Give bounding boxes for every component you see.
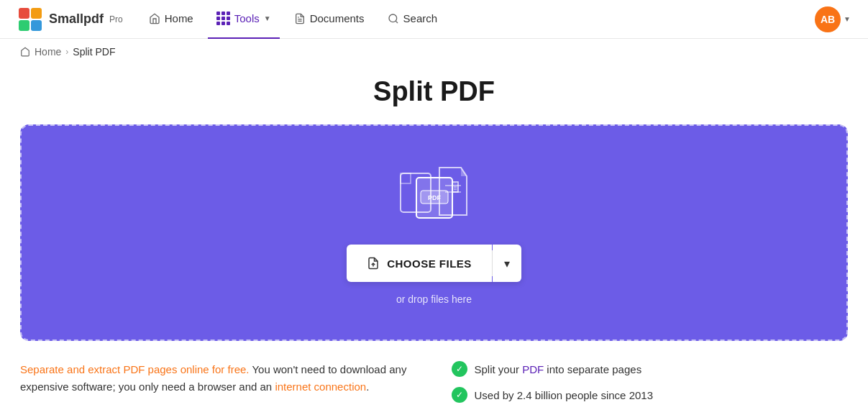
- svg-rect-4: [31, 20, 42, 31]
- avatar-chevron-icon: ▼: [844, 15, 851, 23]
- nav-tools[interactable]: Tools ▼: [208, 0, 280, 39]
- feature-text-1: Split your PDF into separate pages: [475, 363, 642, 375]
- choose-files-button[interactable]: CHOOSE FILES: [347, 245, 492, 282]
- feature-text-2: Used by 2.4 billion people since 2013: [475, 389, 654, 401]
- documents-icon: [294, 13, 306, 24]
- svg-text:PDF: PDF: [428, 194, 442, 201]
- page-title: Split PDF: [0, 76, 868, 107]
- logo-pro: Pro: [109, 14, 123, 24]
- page-title-area: Split PDF: [0, 65, 868, 124]
- description-paragraph: Separate and extract PDF pages online fo…: [20, 361, 417, 396]
- nav-documents-label: Documents: [310, 12, 365, 24]
- user-menu[interactable]: AB ▼: [815, 6, 851, 32]
- choose-files-dropdown-button[interactable]: ▾: [493, 245, 521, 282]
- check-icon-2: ✓: [452, 387, 467, 403]
- bottom-section: Separate and extract PDF pages online fo…: [0, 341, 868, 403]
- nav-documents[interactable]: Documents: [285, 0, 373, 39]
- nav-search-label: Search: [403, 12, 438, 24]
- logo-icon: [17, 6, 43, 32]
- svg-rect-3: [19, 20, 29, 31]
- grid-icon: [216, 12, 230, 25]
- svg-line-8: [396, 21, 398, 23]
- features-list: ✓ Split your PDF into separate pages ✓ U…: [452, 361, 849, 403]
- nav-home[interactable]: Home: [140, 0, 202, 39]
- svg-rect-10: [401, 173, 411, 183]
- check-icon-1: ✓: [452, 361, 467, 377]
- description-period: .: [366, 380, 369, 393]
- description-highlight: Separate and extract PDF pages online fo…: [20, 363, 250, 375]
- search-icon: [388, 13, 399, 24]
- breadcrumb: Home › Split PDF: [0, 39, 868, 65]
- nav-search[interactable]: Search: [379, 0, 447, 39]
- home-icon: [149, 13, 160, 24]
- feature-item-2: ✓ Used by 2.4 billion people since 2013: [452, 387, 849, 403]
- description-text: Separate and extract PDF pages online fo…: [20, 361, 417, 396]
- tools-chevron-icon: ▼: [264, 14, 271, 22]
- logo[interactable]: Smallpdf Pro: [17, 6, 123, 32]
- navbar: Smallpdf Pro Home Tools ▼: [0, 0, 868, 39]
- pdf-files-icon: PDF: [395, 160, 474, 222]
- chevron-down-icon: ▾: [504, 257, 510, 270]
- breadcrumb-separator: ›: [65, 47, 68, 57]
- drop-hint: or drop files here: [396, 293, 472, 305]
- drop-zone[interactable]: PDF CHOOSE FILES ▾ or drop files here: [20, 124, 848, 341]
- breadcrumb-current: Split PDF: [73, 46, 115, 58]
- svg-point-7: [389, 14, 397, 22]
- breadcrumb-home-link[interactable]: Home: [35, 46, 61, 58]
- nav-tools-label: Tools: [234, 12, 260, 24]
- logo-text: Smallpdf: [49, 12, 104, 27]
- svg-rect-2: [31, 8, 42, 19]
- avatar[interactable]: AB: [815, 6, 841, 32]
- feature-item-1: ✓ Split your PDF into separate pages: [452, 361, 849, 377]
- breadcrumb-home-icon: [20, 47, 30, 57]
- file-upload-icon: [367, 256, 380, 270]
- svg-rect-1: [19, 8, 29, 19]
- nav-home-label: Home: [165, 12, 193, 24]
- choose-files-label: CHOOSE FILES: [387, 257, 472, 270]
- internet-connection-link[interactable]: internet connection: [275, 380, 366, 393]
- pdf-icon-group: PDF: [395, 160, 474, 224]
- choose-files-row: CHOOSE FILES ▾: [347, 245, 521, 282]
- pdf-link-1[interactable]: PDF: [522, 363, 544, 375]
